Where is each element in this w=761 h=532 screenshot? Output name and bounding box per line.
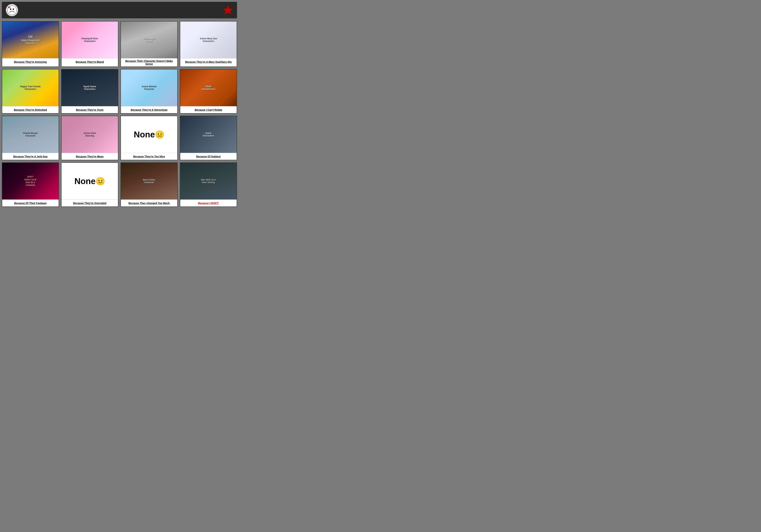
cell-image-annoying: CNTEEN TITANS GO!Characters [2,22,59,58]
cell-image-cant-relate: FNAFAnimatronics [180,69,237,106]
cell-jerk-sue: Charlie BrownCharacter Because They're A… [2,116,59,160]
header [2,2,237,18]
cell-image-overrated: None 😐 [62,163,118,200]
cell-label-mean: Because They're Mean [62,153,118,160]
cell-label-bland: Because They're Bland [62,58,118,65]
svg-point-1 [10,8,11,10]
cell-subtext: GameCharacters Because Of Subtext [180,116,237,160]
cell-no-sense: Anime Manin Suit Because Their Character… [121,21,178,67]
cell-label-dont: Because I DON'T [180,200,237,207]
cell-fanbase: DON'TKEEP CALMAND BE AYANDERE Because Of… [2,162,59,207]
cell-dont: Man With GunDark Setting Because I DON'T [180,162,237,207]
cell-label-no-sense: Because Their Character Doesn't Make Sen… [121,58,177,67]
svg-point-2 [13,8,14,10]
cell-image-toxic: Squid GameCharacters [62,69,118,106]
cell-label-mary-sue: Because They're A Mary-Sue/Gary-Stu [180,58,237,65]
character-grid: CNTEEN TITANS GO!Characters Because They… [2,21,237,207]
cell-image-mary-sue: Anime Mary-SueCharacters [180,22,237,58]
cell-label-jerk-sue: Because They're A Jerk-Sue [2,153,59,160]
cell-stereotype: Anime BlondeCharacter Because They're A … [121,69,178,114]
cell-label-toxic: Because They're Toxic [62,106,118,113]
cell-image-dont: Man With GunDark Setting [180,163,237,200]
cell-image-mean: Anime GirlsDancing [62,116,118,153]
cell-label-changed: Because They changed Too Much [121,200,177,207]
cell-image-disturbed: Happy Tree FriendsCharacters [2,69,59,106]
cell-image-too-nice: None 😐 [121,116,177,153]
dislike-face [6,4,18,17]
cell-image-no-sense: Anime Manin Suit [121,22,177,58]
cell-mean: Anime GirlsDancing Because They're Mean [61,116,118,160]
cell-image-subtext: GameCharacters [180,116,237,153]
cell-label-disturbed: Because They're Disturbed [2,106,59,113]
cell-disturbed: Happy Tree FriendsCharacters Because The… [2,69,59,114]
cell-bland: Powerpuff GirlsCharacters Because They'r… [61,21,118,67]
cell-overrated: None 😐 Because They're Overrated [61,162,118,207]
cell-image-changed: Dark ActionCharacter [121,163,177,200]
cell-label-annoying: Because They're Annoying [2,58,59,65]
cell-too-nice: None 😐 Because They're Too Nice [121,116,178,160]
cell-label-fanbase: Because Of Their Fanbase [2,200,59,207]
cell-annoying: CNTEEN TITANS GO!Characters Because They… [2,21,59,67]
cell-toxic: Squid GameCharacters Because They're Tox… [61,69,118,114]
cell-label-stereotype: Because They're A Stereotype [121,106,177,113]
cell-label-cant-relate: Because I Can't Relate [180,106,237,113]
cell-label-too-nice: Because They're Too Nice [121,153,177,160]
cell-cant-relate: FNAFAnimatronics Because I Can't Relate [180,69,237,114]
cell-image-stereotype: Anime BlondeCharacter [121,69,177,106]
header-star-icon [222,5,233,16]
cell-label-overrated: Because They're Overrated [62,200,118,207]
cell-label-subtext: Because Of Subtext [180,153,237,160]
cell-image-jerk-sue: Charlie BrownCharacter [2,116,59,153]
cell-image-fanbase: DON'TKEEP CALMAND BE AYANDERE [2,163,59,200]
cell-changed: Dark ActionCharacter Because They change… [121,162,178,207]
cell-mary-sue: Anime Mary-SueCharacters Because They're… [180,21,237,67]
cell-image-bland: Powerpuff GirlsCharacters [62,22,118,58]
svg-marker-5 [223,5,233,15]
